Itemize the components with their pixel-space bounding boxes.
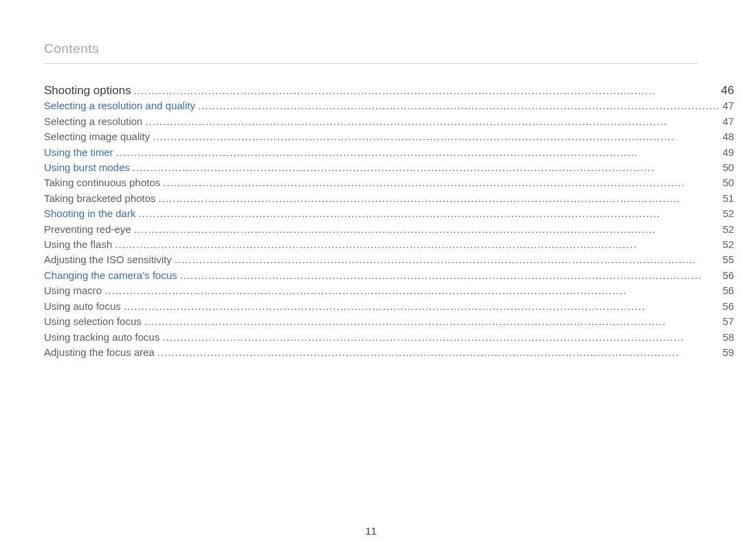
toc-page-number: 56 (723, 299, 734, 314)
header-rule (44, 63, 698, 64)
toc-label: Adjusting the ISO sensitivity (44, 252, 172, 267)
toc-label: Changing the camera's focus (44, 268, 177, 283)
toc-leader-dots (145, 114, 719, 129)
toc-row[interactable]: Shooting in the dark52 (44, 206, 734, 221)
toc-label: Selecting a resolution and quality (44, 98, 195, 113)
toc-row: Using the flash52 (44, 237, 734, 252)
toc-row: Using auto focus56 (44, 299, 734, 314)
toc-leader-dots (134, 222, 720, 237)
toc-leader-dots (104, 283, 720, 298)
toc-leader-dots (162, 330, 719, 345)
toc-label: Shooting in the dark (44, 206, 135, 221)
toc-row: Taking continuous photos50 (44, 175, 734, 190)
toc-label: Selecting a resolution (44, 114, 142, 129)
toc-row[interactable]: Using the timer49 (44, 145, 734, 160)
page-number: 11 (0, 525, 742, 537)
toc-label: Using selection focus (44, 314, 142, 329)
toc-page-number: 56 (723, 268, 734, 283)
toc-row: Selecting a resolution47 (44, 114, 734, 129)
toc-leader-dots (157, 345, 720, 360)
toc-page-number: 56 (723, 283, 734, 298)
toc-leader-dots (144, 314, 720, 329)
toc-page-number: 52 (723, 222, 734, 237)
toc-row: Using selection focus57 (44, 314, 734, 329)
toc-page-number: 47 (723, 98, 734, 113)
toc-page-number: 58 (723, 330, 734, 345)
toc-row: Adjusting the focus area59 (44, 345, 734, 360)
contents-page: Contents Shooting options46Selecting a r… (0, 0, 742, 560)
toc-leader-dots (198, 98, 720, 113)
toc-page-number: 52 (723, 237, 734, 252)
toc-page-number: 50 (723, 160, 734, 175)
toc-page-number: 51 (723, 191, 734, 206)
toc-leader-dots (134, 83, 719, 98)
toc-columns: Shooting options46Selecting a resolution… (44, 83, 698, 360)
toc-leader-dots (124, 299, 720, 314)
toc-label: Using burst modes (44, 160, 130, 175)
toc-label: Preventing red-eye (44, 222, 131, 237)
toc-label: Adjusting the focus area (44, 345, 155, 360)
toc-row: Taking bracketed photos51 (44, 191, 734, 206)
toc-leader-dots (133, 160, 720, 175)
toc-page-number: 55 (723, 252, 734, 267)
toc-label: Using auto focus (44, 299, 121, 314)
toc-leader-dots (153, 129, 720, 144)
toc-page-number: 52 (723, 206, 734, 221)
toc-column-left: Shooting options46Selecting a resolution… (44, 83, 734, 360)
page-header: Contents (44, 41, 698, 56)
toc-row: Adjusting the ISO sensitivity55 (44, 252, 734, 267)
toc-page-number: 59 (723, 345, 734, 360)
toc-row[interactable]: Selecting a resolution and quality47 (44, 98, 734, 113)
toc-row[interactable]: Using burst modes50 (44, 160, 734, 175)
toc-leader-dots (115, 237, 720, 252)
toc-page-number: 57 (723, 314, 734, 329)
toc-page-number: 50 (723, 175, 734, 190)
toc-row[interactable]: Shooting options46 (44, 83, 734, 98)
toc-label: Taking continuous photos (44, 175, 160, 190)
toc-label: Using the timer (44, 145, 113, 160)
toc-page-number: 47 (723, 114, 734, 129)
toc-row: Preventing red-eye52 (44, 222, 734, 237)
toc-label: Using tracking auto focus (44, 330, 159, 345)
toc-row[interactable]: Changing the camera's focus56 (44, 268, 734, 283)
toc-label: Using macro (44, 283, 102, 298)
toc-leader-dots (138, 206, 719, 221)
toc-page-number: 48 (723, 129, 734, 144)
toc-label: Selecting image quality (44, 129, 150, 144)
toc-row: Using tracking auto focus58 (44, 330, 734, 345)
toc-leader-dots (163, 175, 719, 190)
toc-label: Taking bracketed photos (44, 191, 156, 206)
toc-page-number: 46 (721, 83, 734, 98)
toc-row: Using macro56 (44, 283, 734, 298)
toc-leader-dots (180, 268, 720, 283)
toc-leader-dots (175, 252, 720, 267)
toc-label: Using the flash (44, 237, 112, 252)
toc-page-number: 49 (723, 145, 734, 160)
toc-row: Selecting image quality48 (44, 129, 734, 144)
toc-label: Shooting options (44, 83, 131, 98)
toc-leader-dots (116, 145, 720, 160)
toc-leader-dots (159, 191, 720, 206)
